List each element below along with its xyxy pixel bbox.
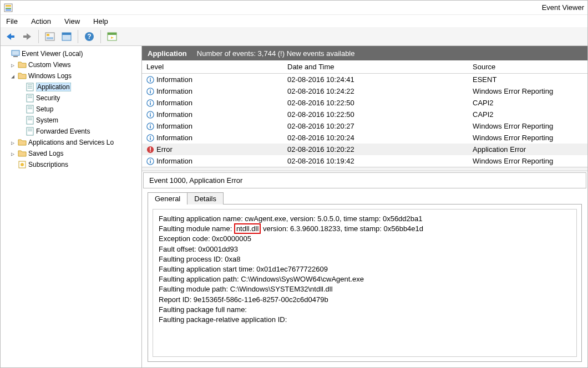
tree-saved-logs[interactable]: ▷ Saved Logs [2,148,140,159]
event-row[interactable]: Information02-08-2016 10:20:24Windows Er… [142,132,587,144]
tree-application[interactable]: Application [2,81,140,93]
col-source[interactable]: Source [468,60,587,73]
tree-root[interactable]: Event Viewer (Local) [2,48,140,59]
tree-system[interactable]: System [2,115,140,126]
folder-icon [18,149,27,158]
svg-rect-4 [11,35,14,38]
detail-line: Faulting application name: cwAgent.exe, … [159,214,571,224]
svg-rect-7 [47,34,49,36]
log-subtitle: Number of events: 3,744 (!) New events a… [197,49,355,58]
svg-rect-27 [27,116,33,124]
event-row[interactable]: Information02-08-2016 10:22:50CAPI2 [142,109,587,120]
log-icon [26,116,34,125]
menu-action[interactable]: Action [29,16,53,27]
detail-body: Faulting application name: cwAgent.exe, … [148,204,582,362]
event-row[interactable]: Information02-08-2016 10:19:42Windows Er… [142,155,587,167]
svg-rect-1 [6,5,11,7]
log-icon [26,94,34,103]
tree-forwarded[interactable]: Forwarded Events [2,126,140,137]
folder-icon [18,60,27,69]
toolbar: ? [1,27,587,46]
event-row[interactable]: Error02-08-2016 10:20:22Application Erro… [142,144,587,155]
detail-text: Faulting application name: cwAgent.exe, … [153,209,577,357]
subscriptions-icon [18,160,27,169]
menu-view[interactable]: View [62,16,82,27]
svg-rect-40 [150,89,151,90]
nav-tree[interactable]: Event Viewer (Local) ▷ Custom Views ◢ Wi… [1,46,142,367]
detail-line: Report ID: 9e15365f-586c-11e6-8257-00c2c… [159,295,571,305]
detail-line: Faulting process ID: 0xa8 [159,254,571,264]
tree-subscriptions[interactable]: Subscriptions [2,159,140,170]
svg-rect-46 [150,113,151,114]
svg-rect-57 [150,161,151,163]
svg-rect-42 [150,103,151,105]
svg-rect-51 [150,137,151,140]
svg-point-34 [21,163,24,166]
svg-rect-24 [27,105,33,113]
menu-help[interactable]: Help [91,16,110,27]
detail-line: Fault offset: 0x0001dd93 [159,244,571,254]
detail-line: Faulting package-relative application ID… [159,315,571,325]
svg-rect-55 [150,150,151,151]
tree-setup[interactable]: Setup [2,104,140,115]
svg-rect-3 [6,9,11,11]
svg-rect-14 [108,33,116,35]
svg-rect-21 [27,94,33,102]
tab-general[interactable]: General [148,192,187,205]
detail-line: Faulting application start time: 0x01d1e… [159,264,571,274]
menubar: File Action View Help [1,15,587,27]
svg-rect-49 [150,124,151,125]
svg-rect-58 [150,159,151,160]
log-icon [26,127,34,136]
preview-button[interactable] [104,29,120,44]
svg-rect-10 [62,33,71,35]
folder-icon [18,138,27,147]
svg-rect-2 [6,8,11,9]
detail-line: Faulting package full name: [159,305,571,315]
svg-rect-30 [27,127,33,135]
detail-line: Faulting module path: C:\Windows\SYSTEM3… [159,284,571,294]
svg-rect-8 [47,37,53,39]
svg-rect-36 [150,79,151,81]
app-icon [4,3,13,12]
svg-rect-48 [150,126,151,128]
event-detail-title: Event 1000, Application Error [143,172,586,188]
event-row[interactable]: Information02-08-2016 10:22:50CAPI2 [142,97,587,109]
tree-security[interactable]: Security [2,93,140,104]
detail-tabs: General Details [143,188,586,204]
svg-rect-45 [150,114,151,116]
splitter[interactable] [142,167,587,171]
help-button[interactable]: ? [82,29,97,44]
svg-rect-43 [150,101,151,102]
log-icon [26,105,34,114]
back-button[interactable] [3,29,18,44]
svg-rect-52 [150,136,151,137]
svg-rect-16 [13,56,18,57]
menu-file[interactable]: File [4,16,20,27]
show-tree-button[interactable] [42,29,58,44]
event-list[interactable]: Information02-08-2016 10:24:41ESENTInfor… [142,74,587,167]
col-level[interactable]: Level [142,60,283,73]
tree-windows-logs[interactable]: ◢ Windows Logs [2,70,140,81]
forward-button[interactable] [19,29,35,44]
event-row[interactable]: Information02-08-2016 10:20:27Windows Er… [142,120,587,132]
detail-line: Exception code: 0xc0000005 [159,234,571,244]
computer-icon [11,49,20,58]
svg-rect-37 [150,78,151,79]
svg-rect-17 [27,83,33,91]
log-header: Application Number of events: 3,744 (!) … [142,46,587,60]
detail-line: Faulting module name: ntdll.dll version:… [159,224,571,234]
tab-details[interactable]: Details [187,192,224,205]
svg-rect-39 [150,91,151,93]
svg-rect-54 [150,147,151,150]
tree-apps-services[interactable]: ▷ Applications and Services Lo [2,137,140,148]
svg-rect-15 [12,50,19,55]
tree-custom-views[interactable]: ▷ Custom Views [2,59,140,70]
event-row[interactable]: Information02-08-2016 10:24:41ESENT [142,74,587,85]
highlighted-module: ntdll.dll [234,223,261,234]
event-row[interactable]: Information02-08-2016 10:24:22Windows Er… [142,85,587,97]
col-date[interactable]: Date and Time [283,60,468,73]
log-icon [26,83,34,91]
properties-button[interactable] [59,29,74,44]
column-headers[interactable]: Level Date and Time Source [142,60,587,74]
